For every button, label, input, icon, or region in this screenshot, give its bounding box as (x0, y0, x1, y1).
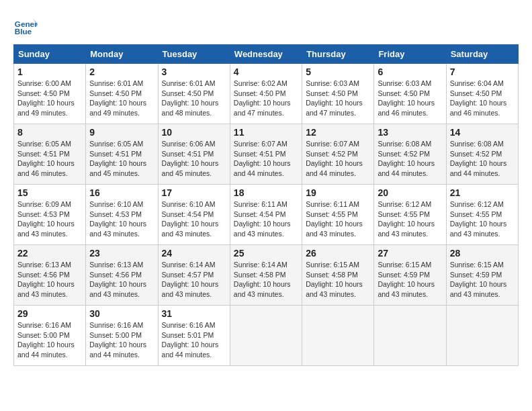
calendar-cell (374, 306, 446, 366)
day-number: 30 (89, 308, 154, 319)
logo-icon: General Blue (13, 13, 38, 38)
day-info: Sunrise: 6:11 AM Sunset: 4:55 PM Dayligh… (306, 199, 370, 239)
day-number: 21 (450, 187, 515, 198)
day-number: 29 (17, 308, 82, 319)
day-number: 18 (234, 187, 298, 198)
day-number: 24 (162, 248, 226, 259)
svg-text:Blue: Blue (15, 27, 32, 36)
col-thursday: Thursday (302, 45, 374, 64)
day-number: 16 (89, 187, 154, 198)
day-number: 12 (306, 127, 370, 138)
day-info: Sunrise: 6:15 AM Sunset: 4:59 PM Dayligh… (450, 260, 515, 300)
day-number: 26 (306, 248, 370, 259)
day-info: Sunrise: 6:08 AM Sunset: 4:52 PM Dayligh… (450, 139, 515, 179)
day-number: 10 (162, 127, 226, 138)
col-friday: Friday (374, 45, 446, 64)
day-number: 9 (89, 127, 154, 138)
day-number: 25 (234, 248, 298, 259)
calendar-cell: 28 Sunrise: 6:15 AM Sunset: 4:59 PM Dayl… (446, 245, 518, 306)
calendar-cell: 12 Sunrise: 6:07 AM Sunset: 4:52 PM Dayl… (302, 124, 374, 185)
day-info: Sunrise: 6:01 AM Sunset: 4:50 PM Dayligh… (162, 79, 226, 118)
calendar-cell: 20 Sunrise: 6:12 AM Sunset: 4:55 PM Dayl… (374, 185, 446, 245)
day-info: Sunrise: 6:05 AM Sunset: 4:51 PM Dayligh… (89, 139, 154, 179)
day-info: Sunrise: 6:09 AM Sunset: 4:53 PM Dayligh… (17, 199, 82, 239)
col-saturday: Saturday (446, 45, 518, 64)
calendar-cell: 10 Sunrise: 6:06 AM Sunset: 4:51 PM Dayl… (158, 124, 230, 185)
calendar-cell: 3 Sunrise: 6:01 AM Sunset: 4:50 PM Dayli… (158, 64, 230, 124)
day-info: Sunrise: 6:07 AM Sunset: 4:51 PM Dayligh… (234, 139, 298, 179)
day-info: Sunrise: 6:13 AM Sunset: 4:56 PM Dayligh… (89, 260, 154, 300)
calendar-cell: 30 Sunrise: 6:16 AM Sunset: 5:00 PM Dayl… (86, 306, 158, 366)
calendar-cell (302, 306, 374, 366)
day-info: Sunrise: 6:03 AM Sunset: 4:50 PM Dayligh… (378, 79, 442, 118)
week-row-1: 1 Sunrise: 6:00 AM Sunset: 4:50 PM Dayli… (14, 64, 519, 124)
calendar-cell: 15 Sunrise: 6:09 AM Sunset: 4:53 PM Dayl… (14, 185, 86, 245)
day-number: 2 (89, 66, 154, 77)
calendar-cell: 21 Sunrise: 6:12 AM Sunset: 4:55 PM Dayl… (446, 185, 518, 245)
page-header: General Blue (13, 13, 519, 38)
day-info: Sunrise: 6:00 AM Sunset: 4:50 PM Dayligh… (17, 79, 82, 118)
day-number: 14 (450, 127, 515, 138)
calendar-cell: 9 Sunrise: 6:05 AM Sunset: 4:51 PM Dayli… (86, 124, 158, 185)
day-number: 8 (17, 127, 82, 138)
day-info: Sunrise: 6:06 AM Sunset: 4:51 PM Dayligh… (162, 139, 226, 179)
calendar-cell: 23 Sunrise: 6:13 AM Sunset: 4:56 PM Dayl… (86, 245, 158, 306)
calendar-cell: 1 Sunrise: 6:00 AM Sunset: 4:50 PM Dayli… (14, 64, 86, 124)
day-info: Sunrise: 6:05 AM Sunset: 4:51 PM Dayligh… (17, 139, 82, 179)
day-number: 28 (450, 248, 515, 259)
calendar-cell: 25 Sunrise: 6:14 AM Sunset: 4:58 PM Dayl… (230, 245, 302, 306)
day-number: 19 (306, 187, 370, 198)
day-info: Sunrise: 6:16 AM Sunset: 5:01 PM Dayligh… (162, 320, 226, 360)
day-info: Sunrise: 6:15 AM Sunset: 4:59 PM Dayligh… (378, 260, 442, 300)
day-number: 22 (17, 248, 82, 259)
day-info: Sunrise: 6:10 AM Sunset: 4:54 PM Dayligh… (162, 199, 226, 239)
calendar-cell: 2 Sunrise: 6:01 AM Sunset: 4:50 PM Dayli… (86, 64, 158, 124)
calendar-cell: 18 Sunrise: 6:11 AM Sunset: 4:54 PM Dayl… (230, 185, 302, 245)
calendar-cell: 14 Sunrise: 6:08 AM Sunset: 4:52 PM Dayl… (446, 124, 518, 185)
calendar-cell: 8 Sunrise: 6:05 AM Sunset: 4:51 PM Dayli… (14, 124, 86, 185)
calendar-cell: 22 Sunrise: 6:13 AM Sunset: 4:56 PM Dayl… (14, 245, 86, 306)
day-number: 11 (234, 127, 298, 138)
col-monday: Monday (86, 45, 158, 64)
day-info: Sunrise: 6:14 AM Sunset: 4:57 PM Dayligh… (162, 260, 226, 300)
day-number: 20 (378, 187, 442, 198)
day-info: Sunrise: 6:01 AM Sunset: 4:50 PM Dayligh… (89, 79, 154, 118)
day-info: Sunrise: 6:02 AM Sunset: 4:50 PM Dayligh… (234, 79, 298, 118)
day-number: 27 (378, 248, 442, 259)
day-info: Sunrise: 6:08 AM Sunset: 4:52 PM Dayligh… (378, 139, 442, 179)
calendar-cell: 16 Sunrise: 6:10 AM Sunset: 4:53 PM Dayl… (86, 185, 158, 245)
calendar-table: Sunday Monday Tuesday Wednesday Thursday… (13, 44, 519, 366)
day-number: 5 (306, 66, 370, 77)
calendar-cell: 24 Sunrise: 6:14 AM Sunset: 4:57 PM Dayl… (158, 245, 230, 306)
day-number: 31 (162, 308, 226, 319)
calendar-cell: 4 Sunrise: 6:02 AM Sunset: 4:50 PM Dayli… (230, 64, 302, 124)
day-info: Sunrise: 6:16 AM Sunset: 5:00 PM Dayligh… (17, 320, 82, 360)
calendar-cell: 19 Sunrise: 6:11 AM Sunset: 4:55 PM Dayl… (302, 185, 374, 245)
col-tuesday: Tuesday (158, 45, 230, 64)
calendar-cell: 29 Sunrise: 6:16 AM Sunset: 5:00 PM Dayl… (14, 306, 86, 366)
day-info: Sunrise: 6:16 AM Sunset: 5:00 PM Dayligh… (89, 320, 154, 360)
calendar-cell: 11 Sunrise: 6:07 AM Sunset: 4:51 PM Dayl… (230, 124, 302, 185)
calendar-cell: 26 Sunrise: 6:15 AM Sunset: 4:58 PM Dayl… (302, 245, 374, 306)
day-number: 13 (378, 127, 442, 138)
calendar-cell: 7 Sunrise: 6:04 AM Sunset: 4:50 PM Dayli… (446, 64, 518, 124)
col-sunday: Sunday (14, 45, 86, 64)
calendar-cell: 13 Sunrise: 6:08 AM Sunset: 4:52 PM Dayl… (374, 124, 446, 185)
day-number: 7 (450, 66, 515, 77)
day-info: Sunrise: 6:03 AM Sunset: 4:50 PM Dayligh… (306, 79, 370, 118)
day-info: Sunrise: 6:15 AM Sunset: 4:58 PM Dayligh… (306, 260, 370, 300)
calendar-cell: 5 Sunrise: 6:03 AM Sunset: 4:50 PM Dayli… (302, 64, 374, 124)
day-number: 15 (17, 187, 82, 198)
day-number: 3 (162, 66, 226, 77)
calendar-cell (230, 306, 302, 366)
logo: General Blue (13, 13, 40, 38)
day-info: Sunrise: 6:14 AM Sunset: 4:58 PM Dayligh… (234, 260, 298, 300)
day-info: Sunrise: 6:13 AM Sunset: 4:56 PM Dayligh… (17, 260, 82, 300)
day-number: 17 (162, 187, 226, 198)
day-info: Sunrise: 6:12 AM Sunset: 4:55 PM Dayligh… (378, 199, 442, 239)
day-number: 6 (378, 66, 442, 77)
calendar-cell: 31 Sunrise: 6:16 AM Sunset: 5:01 PM Dayl… (158, 306, 230, 366)
calendar-cell (446, 306, 518, 366)
col-wednesday: Wednesday (230, 45, 302, 64)
day-number: 4 (234, 66, 298, 77)
